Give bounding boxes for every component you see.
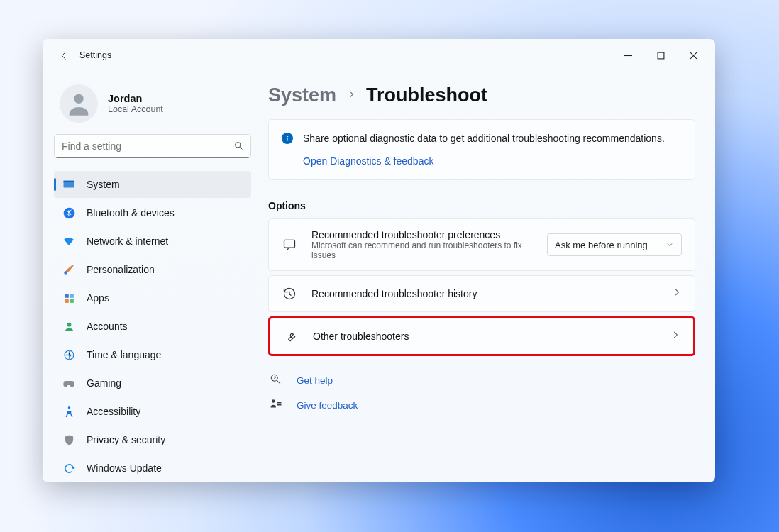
- sidebar-item-label: Time & language: [87, 349, 161, 360]
- shield-icon: [62, 433, 75, 446]
- chevron-right-icon: [672, 287, 682, 300]
- breadcrumb-current: Troubleshoot: [366, 84, 487, 106]
- svg-rect-7: [65, 294, 69, 298]
- sidebar-item-accounts[interactable]: Accounts: [54, 313, 251, 340]
- link-label: Give feedback: [297, 400, 358, 411]
- svg-point-11: [67, 322, 71, 326]
- open-diagnostics-link[interactable]: Open Diagnostics & feedback: [303, 155, 682, 167]
- svg-point-1: [74, 94, 83, 104]
- account-type: Local Account: [108, 104, 163, 114]
- svg-rect-4: [64, 181, 74, 182]
- close-icon: [690, 52, 697, 60]
- sidebar-item-accessibility[interactable]: Accessibility: [54, 398, 251, 425]
- feedback-icon: [270, 398, 284, 413]
- history-icon: [282, 286, 297, 301]
- option-title: Recommended troubleshooter preferences: [311, 229, 533, 240]
- sidebar-item-label: Accessibility: [87, 406, 140, 417]
- gamepad-icon: [62, 377, 75, 389]
- breadcrumb: System Troubleshoot: [268, 84, 695, 106]
- option-subtitle: Microsoft can recommend and run troubles…: [311, 240, 533, 260]
- sidebar-item-bluetooth[interactable]: Bluetooth & devices: [54, 199, 251, 226]
- option-troubleshooter-history[interactable]: Recommended troubleshooter history: [268, 275, 695, 312]
- display-icon: [62, 178, 75, 191]
- bluetooth-icon: [62, 206, 75, 219]
- section-title: Options: [268, 200, 695, 211]
- wrench-icon: [283, 328, 299, 344]
- user-icon: [65, 89, 93, 118]
- search-icon: [233, 140, 244, 154]
- help-icon: [270, 373, 284, 388]
- option-title: Other troubleshooters: [313, 331, 656, 342]
- sidebar: Jordan Local Account System Bluetooth & …: [43, 72, 263, 482]
- accessibility-icon: [62, 405, 75, 418]
- arrow-left-icon: [59, 50, 70, 61]
- content-area: System Troubleshoot i Share optional dia…: [263, 72, 715, 482]
- minimize-button[interactable]: [612, 44, 644, 67]
- search-input[interactable]: [54, 134, 251, 158]
- chat-icon: [282, 237, 297, 253]
- maximize-button[interactable]: [644, 44, 677, 67]
- brush-icon: [62, 263, 75, 276]
- sidebar-item-label: Privacy & security: [87, 434, 165, 445]
- sidebar-item-apps[interactable]: Apps: [54, 284, 251, 311]
- svg-rect-8: [70, 294, 74, 298]
- update-icon: [62, 462, 75, 475]
- chevron-right-icon: [670, 330, 680, 343]
- link-label: Get help: [297, 375, 333, 386]
- svg-rect-14: [284, 240, 295, 248]
- user-name: Jordan: [108, 93, 163, 104]
- get-help-link[interactable]: Get help: [270, 373, 695, 388]
- footer-links: Get help Give feedback: [268, 373, 695, 413]
- titlebar: Settings: [43, 39, 715, 72]
- sidebar-item-label: Bluetooth & devices: [87, 207, 175, 218]
- option-troubleshooter-preferences[interactable]: Recommended troubleshooter preferences M…: [268, 218, 695, 271]
- person-icon: [62, 320, 75, 333]
- user-profile[interactable]: Jordan Local Account: [54, 72, 251, 134]
- back-button[interactable]: [55, 47, 72, 64]
- sidebar-item-time[interactable]: Time & language: [54, 341, 251, 368]
- info-text: Share optional diagnostic data to get ad…: [303, 133, 665, 144]
- close-button[interactable]: [677, 44, 709, 67]
- avatar: [60, 84, 98, 123]
- chevron-right-icon: [346, 89, 356, 102]
- option-title: Recommended troubleshooter history: [311, 288, 658, 299]
- sidebar-item-system[interactable]: System: [54, 171, 251, 198]
- sidebar-item-label: Accounts: [87, 321, 128, 332]
- svg-point-13: [67, 406, 70, 409]
- sidebar-item-personalization[interactable]: Personalization: [54, 256, 251, 283]
- maximize-icon: [657, 52, 665, 60]
- breadcrumb-parent[interactable]: System: [268, 84, 336, 106]
- sidebar-item-privacy[interactable]: Privacy & security: [54, 426, 251, 453]
- sidebar-item-network[interactable]: Network & internet: [54, 228, 251, 255]
- svg-point-5: [63, 207, 74, 218]
- info-card: i Share optional diagnostic data to get …: [268, 119, 695, 180]
- sidebar-item-update[interactable]: Windows Update: [54, 455, 251, 482]
- dropdown-value: Ask me before running: [555, 240, 648, 250]
- sidebar-item-gaming[interactable]: Gaming: [54, 370, 251, 397]
- app-title: Settings: [79, 50, 111, 60]
- clock-globe-icon: [62, 348, 75, 361]
- svg-rect-0: [658, 52, 664, 59]
- option-other-troubleshooters[interactable]: Other troubleshooters: [268, 316, 695, 356]
- svg-rect-10: [70, 299, 74, 303]
- apps-icon: [62, 292, 75, 304]
- nav-list: System Bluetooth & devices Network & int…: [54, 171, 251, 482]
- settings-window: Settings Jordan Local Account: [43, 39, 715, 482]
- give-feedback-link[interactable]: Give feedback: [270, 398, 695, 413]
- sidebar-item-label: Network & internet: [87, 235, 168, 247]
- sidebar-item-label: Personalization: [87, 264, 155, 275]
- search-field: [54, 134, 251, 158]
- sidebar-item-label: System: [87, 179, 120, 190]
- chevron-down-icon: [665, 240, 674, 249]
- svg-rect-9: [65, 299, 69, 303]
- info-icon: i: [282, 133, 293, 144]
- svg-point-6: [64, 271, 67, 275]
- svg-point-2: [236, 143, 241, 148]
- window-buttons: [612, 44, 709, 67]
- svg-point-16: [272, 399, 275, 403]
- sidebar-item-label: Windows Update: [87, 462, 162, 474]
- sidebar-item-label: Gaming: [87, 377, 121, 389]
- sidebar-item-label: Apps: [87, 292, 109, 304]
- prefs-dropdown[interactable]: Ask me before running: [547, 233, 682, 256]
- wifi-icon: [62, 235, 75, 248]
